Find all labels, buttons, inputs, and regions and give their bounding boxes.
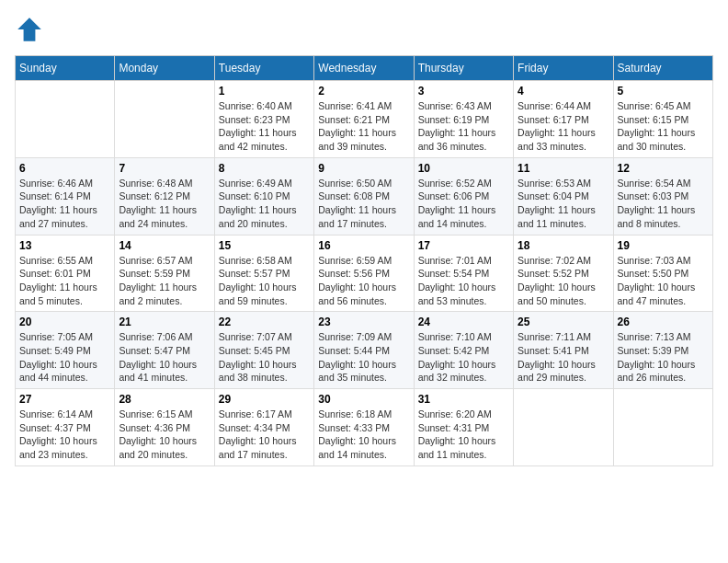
page-header xyxy=(15,15,713,44)
day-number: 15 xyxy=(219,239,310,252)
day-info: Sunrise: 6:54 AMSunset: 6:03 PMDaylight:… xyxy=(618,177,709,231)
day-number: 18 xyxy=(518,239,609,252)
day-info: Sunrise: 6:20 AMSunset: 4:31 PMDaylight:… xyxy=(418,408,509,462)
day-info: Sunrise: 6:41 AMSunset: 6:21 PMDaylight:… xyxy=(318,99,409,154)
day-info: Sunrise: 6:49 AMSunset: 6:10 PMDaylight:… xyxy=(219,177,310,231)
day-number: 16 xyxy=(318,239,409,252)
day-number: 31 xyxy=(418,393,509,406)
day-number: 11 xyxy=(518,162,609,175)
day-number: 4 xyxy=(518,85,609,98)
day-info: Sunrise: 7:10 AMSunset: 5:42 PMDaylight:… xyxy=(418,330,509,385)
calendar-cell xyxy=(115,81,214,158)
day-info: Sunrise: 6:58 AMSunset: 5:57 PMDaylight:… xyxy=(219,254,310,308)
weekday-header: Thursday xyxy=(414,56,513,81)
calendar-cell: 25Sunrise: 7:11 AMSunset: 5:41 PMDayligh… xyxy=(514,312,613,389)
calendar-cell: 27Sunrise: 6:14 AMSunset: 4:37 PMDayligh… xyxy=(16,389,115,466)
day-info: Sunrise: 7:02 AMSunset: 5:52 PMDaylight:… xyxy=(518,254,609,308)
calendar-week-row: 1Sunrise: 6:40 AMSunset: 6:23 PMDaylight… xyxy=(16,81,713,158)
day-info: Sunrise: 6:45 AMSunset: 6:15 PMDaylight:… xyxy=(618,99,709,154)
weekday-header: Tuesday xyxy=(214,56,313,81)
day-info: Sunrise: 7:06 AMSunset: 5:47 PMDaylight:… xyxy=(119,330,210,385)
day-info: Sunrise: 6:53 AMSunset: 6:04 PMDaylight:… xyxy=(518,177,609,231)
calendar-cell: 23Sunrise: 7:09 AMSunset: 5:44 PMDayligh… xyxy=(314,312,414,389)
day-number: 30 xyxy=(318,393,409,406)
calendar-cell: 31Sunrise: 6:20 AMSunset: 4:31 PMDayligh… xyxy=(414,389,513,466)
day-info: Sunrise: 6:43 AMSunset: 6:19 PMDaylight:… xyxy=(418,99,509,154)
day-number: 19 xyxy=(618,239,709,252)
day-number: 27 xyxy=(19,393,110,406)
day-number: 10 xyxy=(418,162,509,175)
calendar-cell: 18Sunrise: 7:02 AMSunset: 5:52 PMDayligh… xyxy=(514,235,613,312)
day-info: Sunrise: 7:01 AMSunset: 5:54 PMDaylight:… xyxy=(418,254,509,308)
day-number: 17 xyxy=(418,239,509,252)
logo xyxy=(15,15,48,44)
day-number: 2 xyxy=(318,85,409,98)
calendar-cell: 26Sunrise: 7:13 AMSunset: 5:39 PMDayligh… xyxy=(613,312,712,389)
calendar-cell: 20Sunrise: 7:05 AMSunset: 5:49 PMDayligh… xyxy=(16,312,115,389)
calendar-cell: 1Sunrise: 6:40 AMSunset: 6:23 PMDaylight… xyxy=(214,81,313,158)
calendar-week-row: 6Sunrise: 6:46 AMSunset: 6:14 PMDaylight… xyxy=(16,157,713,235)
calendar-cell: 29Sunrise: 6:17 AMSunset: 4:34 PMDayligh… xyxy=(214,389,313,466)
calendar-table: SundayMondayTuesdayWednesdayThursdayFrid… xyxy=(15,55,713,466)
calendar-cell: 28Sunrise: 6:15 AMSunset: 4:36 PMDayligh… xyxy=(115,389,214,466)
calendar-cell: 22Sunrise: 7:07 AMSunset: 5:45 PMDayligh… xyxy=(214,312,313,389)
day-info: Sunrise: 6:50 AMSunset: 6:08 PMDaylight:… xyxy=(318,177,409,231)
calendar-cell xyxy=(514,389,613,466)
day-number: 25 xyxy=(518,316,609,328)
day-number: 23 xyxy=(318,316,409,328)
day-info: Sunrise: 6:52 AMSunset: 6:06 PMDaylight:… xyxy=(418,177,509,231)
weekday-header: Friday xyxy=(514,56,613,81)
calendar-cell: 21Sunrise: 7:06 AMSunset: 5:47 PMDayligh… xyxy=(115,312,214,389)
weekday-header: Sunday xyxy=(16,56,115,81)
day-info: Sunrise: 7:07 AMSunset: 5:45 PMDaylight:… xyxy=(219,330,310,385)
logo-icon xyxy=(15,15,44,44)
day-number: 3 xyxy=(418,85,509,98)
weekday-header: Monday xyxy=(115,56,214,81)
day-number: 7 xyxy=(119,162,210,175)
day-number: 29 xyxy=(219,393,310,406)
day-info: Sunrise: 6:17 AMSunset: 4:34 PMDaylight:… xyxy=(219,408,310,462)
day-number: 1 xyxy=(219,85,310,98)
day-number: 5 xyxy=(618,85,709,98)
calendar-cell: 5Sunrise: 6:45 AMSunset: 6:15 PMDaylight… xyxy=(613,81,712,158)
day-info: Sunrise: 6:46 AMSunset: 6:14 PMDaylight:… xyxy=(19,177,110,231)
calendar-cell: 3Sunrise: 6:43 AMSunset: 6:19 PMDaylight… xyxy=(414,81,513,158)
day-info: Sunrise: 6:55 AMSunset: 6:01 PMDaylight:… xyxy=(19,254,110,308)
calendar-cell: 2Sunrise: 6:41 AMSunset: 6:21 PMDaylight… xyxy=(314,81,414,158)
calendar-cell: 13Sunrise: 6:55 AMSunset: 6:01 PMDayligh… xyxy=(16,235,115,312)
svg-marker-0 xyxy=(17,17,41,41)
day-number: 13 xyxy=(19,239,110,252)
day-number: 28 xyxy=(119,393,210,406)
day-number: 20 xyxy=(19,316,110,328)
calendar-cell: 9Sunrise: 6:50 AMSunset: 6:08 PMDaylight… xyxy=(314,157,414,235)
calendar-cell: 24Sunrise: 7:10 AMSunset: 5:42 PMDayligh… xyxy=(414,312,513,389)
day-info: Sunrise: 7:03 AMSunset: 5:50 PMDaylight:… xyxy=(618,254,709,308)
day-info: Sunrise: 6:14 AMSunset: 4:37 PMDaylight:… xyxy=(19,408,110,462)
day-number: 8 xyxy=(219,162,310,175)
day-info: Sunrise: 7:11 AMSunset: 5:41 PMDaylight:… xyxy=(518,330,609,385)
day-number: 14 xyxy=(119,239,210,252)
day-info: Sunrise: 6:15 AMSunset: 4:36 PMDaylight:… xyxy=(119,408,210,462)
day-number: 26 xyxy=(618,316,709,328)
calendar-cell: 8Sunrise: 6:49 AMSunset: 6:10 PMDaylight… xyxy=(214,157,313,235)
calendar-cell: 17Sunrise: 7:01 AMSunset: 5:54 PMDayligh… xyxy=(414,235,513,312)
day-info: Sunrise: 6:57 AMSunset: 5:59 PMDaylight:… xyxy=(119,254,210,308)
calendar-cell xyxy=(16,81,115,158)
day-number: 22 xyxy=(219,316,310,328)
day-number: 21 xyxy=(119,316,210,328)
calendar-cell xyxy=(613,389,712,466)
day-info: Sunrise: 6:59 AMSunset: 5:56 PMDaylight:… xyxy=(318,254,409,308)
calendar-cell: 11Sunrise: 6:53 AMSunset: 6:04 PMDayligh… xyxy=(514,157,613,235)
calendar-cell: 12Sunrise: 6:54 AMSunset: 6:03 PMDayligh… xyxy=(613,157,712,235)
calendar-week-row: 27Sunrise: 6:14 AMSunset: 4:37 PMDayligh… xyxy=(16,389,713,466)
day-info: Sunrise: 6:48 AMSunset: 6:12 PMDaylight:… xyxy=(119,177,210,231)
day-info: Sunrise: 6:18 AMSunset: 4:33 PMDaylight:… xyxy=(318,408,409,462)
calendar-cell: 14Sunrise: 6:57 AMSunset: 5:59 PMDayligh… xyxy=(115,235,214,312)
day-info: Sunrise: 7:09 AMSunset: 5:44 PMDaylight:… xyxy=(318,330,409,385)
calendar-cell: 19Sunrise: 7:03 AMSunset: 5:50 PMDayligh… xyxy=(613,235,712,312)
calendar-header-row: SundayMondayTuesdayWednesdayThursdayFrid… xyxy=(16,56,713,81)
day-info: Sunrise: 6:40 AMSunset: 6:23 PMDaylight:… xyxy=(219,99,310,154)
day-number: 24 xyxy=(418,316,509,328)
day-info: Sunrise: 7:13 AMSunset: 5:39 PMDaylight:… xyxy=(618,330,709,385)
calendar-cell: 30Sunrise: 6:18 AMSunset: 4:33 PMDayligh… xyxy=(314,389,414,466)
